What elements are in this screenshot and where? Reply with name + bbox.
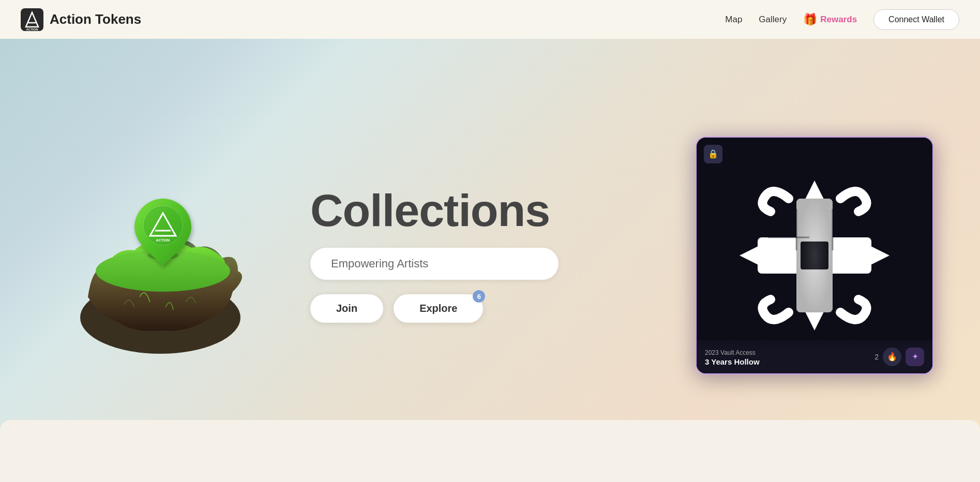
nav-rewards-label: Rewards bbox=[820, 14, 857, 25]
hero-content: ACTION bbox=[0, 116, 980, 405]
card-section: 🔒 bbox=[690, 137, 939, 374]
logo-icon: ACTION bbox=[21, 8, 43, 31]
subtitle-text: Empowering Artists bbox=[331, 257, 428, 270]
nft-lock-icon: 🔒 bbox=[704, 145, 722, 163]
logo-title: Action Tokens bbox=[50, 11, 141, 27]
explore-badge: 6 bbox=[473, 290, 485, 303]
hero-section: ACTION bbox=[0, 39, 980, 482]
fire-icon: 🔥 bbox=[887, 352, 897, 362]
nav-rewards[interactable]: 🎁 Rewards bbox=[803, 13, 857, 26]
island-svg: ACTION bbox=[62, 168, 259, 359]
nft-card-footer: 2023 Vault Access 3 Years Hollow 2 🔥 ✦ bbox=[697, 340, 932, 373]
gift-icon: 🎁 bbox=[803, 13, 817, 26]
lock-icon: 🔒 bbox=[708, 149, 718, 159]
fire-button[interactable]: 🔥 bbox=[883, 348, 901, 366]
nft-year-label: 2023 Vault Access bbox=[705, 349, 760, 356]
floating-island: ACTION bbox=[62, 168, 259, 359]
nft-symbol-svg bbox=[716, 157, 913, 354]
nft-card: 🔒 bbox=[696, 137, 933, 374]
svg-text:ACTION: ACTION bbox=[156, 238, 170, 242]
subtitle-pill: Empowering Artists bbox=[310, 248, 559, 280]
nft-name-label: 3 Years Hollow bbox=[705, 357, 760, 366]
logo-area: ACTION Action Tokens bbox=[21, 8, 141, 31]
center-section: Collections Empowering Artists Join Expl… bbox=[279, 188, 690, 323]
nft-actions: 2 🔥 ✦ bbox=[875, 348, 924, 366]
nav-gallery[interactable]: Gallery bbox=[759, 14, 787, 25]
svg-rect-15 bbox=[796, 199, 833, 312]
nav-map[interactable]: Map bbox=[725, 14, 742, 25]
header: ACTION Action Tokens Map Gallery 🎁 Rewar… bbox=[0, 0, 980, 39]
sparkle-button[interactable]: ✦ bbox=[906, 348, 924, 366]
nft-count: 2 bbox=[875, 353, 879, 361]
island-section: ACTION bbox=[41, 152, 279, 359]
explore-button[interactable]: Explore 6 bbox=[394, 294, 483, 323]
bottom-section bbox=[0, 420, 980, 482]
svg-text:ACTION: ACTION bbox=[26, 28, 38, 31]
join-button[interactable]: Join bbox=[310, 294, 383, 323]
nft-image-area bbox=[697, 138, 932, 373]
page-title: Collections bbox=[310, 188, 550, 233]
nav-right: Map Gallery 🎁 Rewards Connect Wallet bbox=[725, 9, 959, 30]
nft-info: 2023 Vault Access 3 Years Hollow bbox=[705, 349, 760, 366]
sparkle-icon: ✦ bbox=[912, 352, 918, 362]
action-buttons: Join Explore 6 bbox=[310, 294, 483, 323]
connect-wallet-button[interactable]: Connect Wallet bbox=[873, 9, 959, 30]
explore-label: Explore bbox=[419, 303, 457, 314]
